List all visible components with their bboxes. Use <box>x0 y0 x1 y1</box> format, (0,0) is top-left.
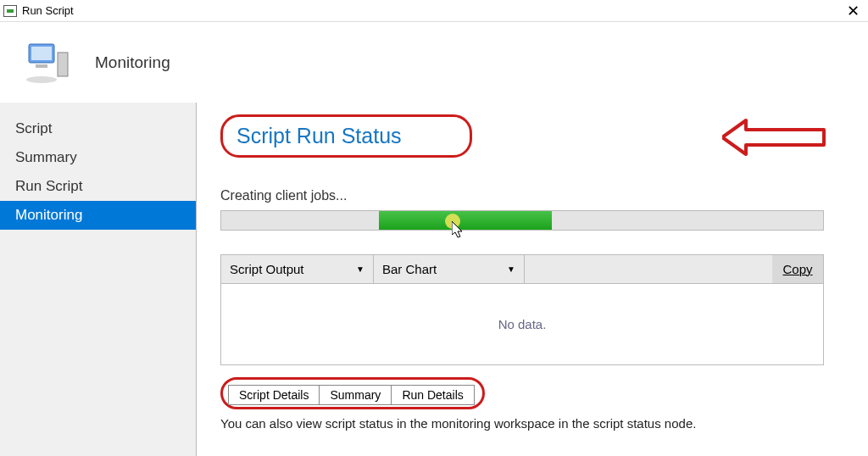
dropdown-chart-type[interactable]: Bar Chart ▼ <box>374 255 525 283</box>
wizard-header: Monitoring <box>0 22 868 103</box>
footer-hint: You can also view script status in the m… <box>220 416 844 431</box>
dropdown-label: Script Output <box>230 262 304 276</box>
dropdown-script-output[interactable]: Script Output ▼ <box>221 255 374 283</box>
monitor-icon <box>24 39 71 86</box>
sidebar-item-run-script[interactable]: Run Script <box>0 172 196 201</box>
app-icon <box>3 5 17 17</box>
section-title: Script Run Status <box>236 124 402 148</box>
panel-toolbar: Script Output ▼ Bar Chart ▼ Copy <box>221 255 823 284</box>
wizard-sidebar: Script Summary Run Script Monitoring <box>0 103 197 456</box>
svg-rect-1 <box>31 47 52 60</box>
svg-marker-6 <box>452 221 462 237</box>
sidebar-item-summary[interactable]: Summary <box>0 143 196 172</box>
main-panel: Script Run Status Creating client jobs..… <box>197 103 868 456</box>
panel-body-no-data: No data. <box>221 284 823 364</box>
output-panel: Script Output ▼ Bar Chart ▼ Copy No data… <box>220 254 824 365</box>
sidebar-item-script[interactable]: Script <box>0 114 196 143</box>
svg-marker-5 <box>722 120 824 154</box>
tab-script-details[interactable]: Script Details <box>228 385 320 405</box>
chevron-down-icon: ▼ <box>356 264 364 274</box>
tabs-highlight-annotation: Script Details Summary Run Details <box>220 377 485 409</box>
svg-rect-3 <box>36 64 47 68</box>
tab-run-details[interactable]: Run Details <box>391 385 474 405</box>
content-area: Script Summary Run Script Monitoring Scr… <box>0 103 868 456</box>
window-title: Run Script <box>22 4 841 17</box>
titlebar: Run Script ✕ <box>0 0 868 22</box>
detail-tabs: Script Details Summary Run Details <box>228 385 474 405</box>
arrow-annotation <box>722 118 849 160</box>
close-button[interactable]: ✕ <box>841 2 865 20</box>
svg-rect-2 <box>58 53 68 76</box>
svg-point-4 <box>26 76 57 83</box>
sidebar-item-monitoring[interactable]: Monitoring <box>0 201 196 230</box>
title-highlight-annotation: Script Run Status <box>220 114 472 158</box>
progress-bar <box>220 210 824 231</box>
dropdown-label: Bar Chart <box>382 262 437 276</box>
page-heading: Monitoring <box>95 53 170 72</box>
cursor-icon <box>452 221 469 242</box>
chevron-down-icon: ▼ <box>507 264 515 274</box>
progress-status-text: Creating client jobs... <box>220 188 844 203</box>
tab-summary[interactable]: Summary <box>319 385 392 405</box>
copy-button[interactable]: Copy <box>772 255 823 283</box>
